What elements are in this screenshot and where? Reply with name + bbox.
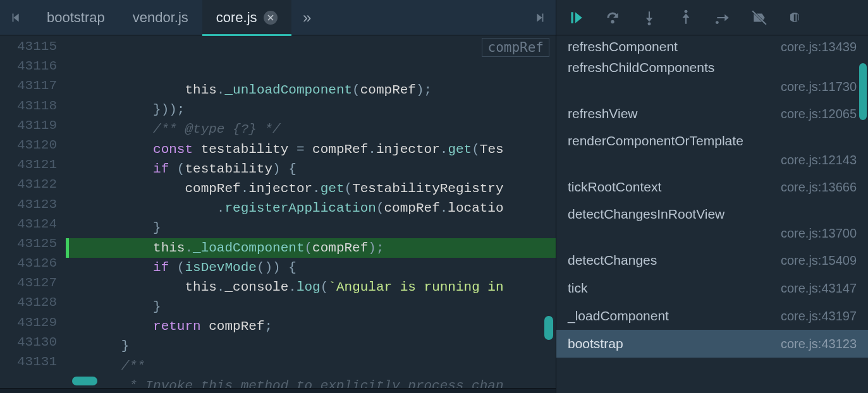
code-line[interactable]: })); [66,100,556,119]
code-line[interactable]: if (isDevMode()) { [66,258,556,277]
callstack-location: core.js:13439 [781,40,857,54]
execution-line[interactable]: this._loadComponent(compRef); [66,238,556,258]
callstack-function-name: tickRootContext [568,179,661,195]
resume-button[interactable] [566,5,585,30]
tabs-container: bootstrapvendor.jscore.js [33,0,291,35]
line-number: 43126 [0,253,66,273]
code-line[interactable]: if (testability) { [66,159,556,179]
callstack-location: core.js:13666 [781,180,857,195]
token-kw: if [153,162,177,176]
line-number: 43118 [0,96,66,116]
callstack-frame[interactable]: detectChangescore.js:15409 [556,246,868,274]
callstack-frame[interactable]: _loadComponentcore.js:43197 [556,302,868,330]
token-var: injector [376,142,440,157]
tab-core-js[interactable]: core.js [202,0,291,35]
svg-point-2 [685,9,688,13]
code-line[interactable]: this._unloadComponent(compRef); [66,80,556,100]
token-punc: ( [376,201,384,215]
token-punc: . [312,181,321,196]
tab-close-button[interactable] [264,11,278,25]
callstack-frame[interactable]: tickRootContextcore.js:13666 [556,173,868,201]
callstack-location: core.js:43197 [781,309,857,323]
token-punc: ( [472,142,480,157]
token-fn: get [448,142,472,157]
callstack-location: core.js:13700 [568,224,857,243]
callstack-function-name: tick [568,281,588,296]
tab-vendor-js[interactable]: vendor.js [119,0,202,35]
callstack-frame[interactable]: refreshViewcore.js:12065 [556,100,868,128]
callstack-frame[interactable]: bootstrapcore.js:43123 [556,330,868,358]
svg-point-3 [716,21,719,24]
token-this: this [185,280,216,294]
tab-label: core.js [216,9,257,26]
code-line[interactable]: this._console.log(`Angular is running in [66,277,556,297]
tab-nav-prev-button[interactable] [0,0,33,35]
code-line[interactable]: * Invoke this method to explicitly proce… [66,376,556,388]
token-var: compRef [185,181,240,196]
callstack-frame[interactable]: refreshComponentcore.js:13439 [556,35,868,54]
pause-icon [788,9,804,26]
code-line[interactable]: const testability = compRef.injector.get… [66,140,556,159]
token-var: compRef [360,83,416,97]
callstack-frame[interactable]: detectChangesInRootViewcore.js:13700 [556,201,868,246]
token-punc: })); [153,102,185,117]
callstack-frame[interactable]: refreshChildComponentscore.js:11730 [556,54,868,100]
token-punc: . [288,280,296,294]
callstack-function-name: refreshChildComponents [568,58,857,77]
callstack-function-name: _loadComponent [568,308,669,323]
code-line[interactable]: /** [66,356,556,376]
step-button[interactable] [713,5,732,30]
debug-vertical-scrollbar[interactable] [859,63,867,120]
callstack-function-name: renderComponentOrTemplate [568,131,857,150]
token-var: injector [248,181,312,196]
callstack-location: core.js:12143 [568,150,857,169]
token-comment: * Invoke this method to explicitly proce… [129,378,503,388]
step-over-button[interactable] [603,5,622,30]
tab-label: vendor.js [133,9,188,26]
tab-bootstrap[interactable]: bootstrap [33,0,119,35]
callstack-list[interactable]: refreshComponentcore.js:13439refreshChil… [556,35,868,393]
deactivate-breakpoints-icon [751,9,767,26]
code-line[interactable]: compRef.injector.get(TestabilityRegistry [66,179,556,198]
step-into-icon [641,9,657,26]
debugger-pane: refreshComponentcore.js:13439refreshChil… [556,0,868,393]
code-area[interactable]: compRef this._unloadComponent(compRef); … [66,35,556,388]
pause-button[interactable] [786,5,805,30]
token-punc: . [440,142,448,157]
tab-nav-next-button[interactable] [523,0,556,35]
line-number: 43130 [0,332,66,352]
editor-vertical-scrollbar[interactable] [544,316,553,340]
code-line[interactable]: } [66,336,556,356]
editor-body[interactable]: 4311543116431174311843119431204312143122… [0,35,556,388]
token-punc: ); [416,83,432,97]
token-comment: /** @type {?} */ [153,122,281,136]
token-fn: log [296,280,321,294]
token-punc: ( [177,260,185,275]
code-line[interactable]: /** @type {?} */ [66,119,556,139]
code-line[interactable]: } [66,297,556,317]
callstack-function-name: refreshComponent [568,39,678,54]
deactivate-breakpoints-button[interactable] [750,5,769,30]
token-var: _console [224,280,288,294]
callstack-frame[interactable]: tickcore.js:43147 [556,274,868,302]
line-number: 43121 [0,155,66,174]
line-number: 43115 [0,37,66,56]
token-var: compRef [384,201,440,215]
token-kw: const [153,142,201,157]
code-line[interactable]: return compRef; [66,317,556,336]
callstack-location: core.js:43123 [781,337,857,351]
step-into-button[interactable] [640,5,659,30]
editor-horizontal-scrollbar[interactable] [72,377,97,385]
code-line[interactable]: .registerApplication(compRef.locatio [66,198,556,218]
token-kw: if [153,260,177,275]
line-number: 43119 [0,116,66,135]
token-punc: = [296,142,312,157]
tab-overflow-button[interactable]: » [291,9,323,27]
step-icon [714,9,731,26]
token-var: compRef [312,142,368,157]
chevron-double-right-icon: » [303,9,311,27]
callstack-frame[interactable]: renderComponentOrTemplatecore.js:12143 [556,128,868,173]
code-line[interactable]: } [66,218,556,238]
step-out-button[interactable] [676,5,695,30]
token-var: Tes [480,142,504,157]
